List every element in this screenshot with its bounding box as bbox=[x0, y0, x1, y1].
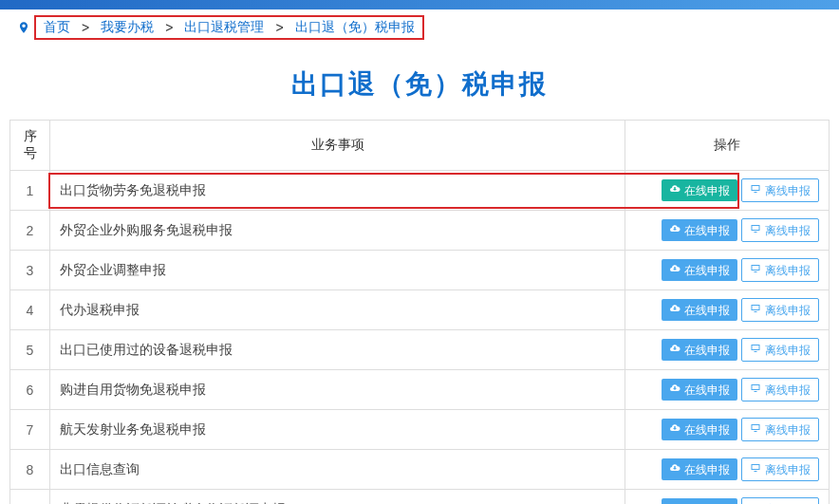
offline-label: 离线申报 bbox=[765, 344, 811, 357]
monitor-icon bbox=[750, 303, 761, 317]
breadcrumb-link-home[interactable]: 首页 bbox=[44, 19, 70, 36]
table-row: 2外贸企业外购服务免退税申报在线申报 离线申报 bbox=[10, 211, 830, 251]
page-title: 出口退（免）税申报 bbox=[0, 66, 839, 103]
offline-declare-button[interactable]: 离线申报 bbox=[741, 457, 819, 481]
online-declare-button[interactable]: 在线申报 bbox=[662, 498, 737, 504]
row-name: 外贸企业调整申报 bbox=[50, 251, 625, 290]
offline-declare-button[interactable]: 离线申报 bbox=[741, 418, 819, 441]
cloud-upload-icon bbox=[669, 343, 681, 357]
row-ops: 在线申报 离线申报 bbox=[625, 370, 830, 410]
col-header-ops: 操作 bbox=[625, 121, 830, 171]
offline-label: 离线申报 bbox=[765, 304, 811, 317]
row-seq: 3 bbox=[10, 251, 50, 290]
online-label: 在线申报 bbox=[684, 184, 730, 197]
table-row: 3外贸企业调整申报在线申报 离线申报 bbox=[10, 251, 830, 290]
cloud-upload-icon bbox=[669, 383, 681, 397]
row-seq: 7 bbox=[10, 410, 50, 450]
cloud-upload-icon bbox=[669, 223, 681, 237]
online-label: 在线申报 bbox=[684, 224, 730, 237]
row-ops: 在线申报 离线申报 bbox=[625, 410, 830, 450]
monitor-icon bbox=[750, 263, 761, 277]
breadcrumb-highlight-box: 首页 > 我要办税 > 出口退税管理 > 出口退（免）税申报 bbox=[34, 15, 424, 40]
cloud-upload-icon bbox=[669, 263, 681, 277]
offline-declare-button[interactable]: 离线申报 bbox=[741, 258, 819, 282]
col-header-seq: 序号 bbox=[10, 121, 50, 171]
table-row: 8出口信息查询在线申报 离线申报 bbox=[10, 450, 830, 490]
offline-label: 离线申报 bbox=[765, 423, 811, 437]
breadcrumb-sep: > bbox=[74, 20, 97, 35]
online-declare-button[interactable]: 在线申报 bbox=[662, 179, 737, 201]
breadcrumb-link-export[interactable]: 出口退税管理 bbox=[184, 19, 264, 36]
offline-declare-button[interactable]: 离线申报 bbox=[741, 338, 819, 362]
cloud-upload-icon bbox=[669, 183, 681, 197]
offline-declare-button[interactable]: 离线申报 bbox=[741, 298, 819, 322]
table-row: 6购进自用货物免退税申报在线申报 离线申报 bbox=[10, 370, 830, 410]
online-label: 在线申报 bbox=[684, 344, 730, 357]
monitor-icon bbox=[750, 343, 761, 357]
offline-label: 离线申报 bbox=[765, 264, 811, 277]
monitor-icon bbox=[750, 383, 761, 397]
monitor-icon bbox=[750, 462, 761, 476]
monitor-icon bbox=[750, 422, 761, 437]
offline-declare-button[interactable]: 离线申报 bbox=[741, 178, 819, 202]
online-declare-button[interactable]: 在线申报 bbox=[662, 259, 737, 281]
row-seq: 9 bbox=[10, 490, 50, 505]
monitor-icon bbox=[750, 223, 761, 237]
offline-declare-button[interactable]: 离线申报 bbox=[741, 497, 819, 504]
breadcrumb-sep: > bbox=[158, 20, 180, 35]
table-row: 1出口货物劳务免退税申报在线申报 离线申报 bbox=[10, 171, 830, 211]
row-seq: 1 bbox=[10, 171, 50, 211]
row-name: 非需提供收汇凭证纳税人收汇凭证申报 bbox=[50, 490, 625, 505]
table-row: 7航天发射业务免退税申报在线申报 离线申报 bbox=[10, 410, 830, 450]
row-ops: 在线申报 离线申报 bbox=[625, 211, 830, 251]
online-declare-button[interactable]: 在线申报 bbox=[662, 419, 737, 440]
online-declare-button[interactable]: 在线申报 bbox=[662, 339, 737, 361]
online-label: 在线申报 bbox=[684, 304, 730, 317]
row-ops: 在线申报 离线申报 bbox=[625, 171, 830, 211]
cloud-upload-icon bbox=[669, 303, 681, 317]
row-ops: 在线申报 离线申报 bbox=[625, 290, 830, 330]
row-ops: 在线申报 离线申报 bbox=[625, 450, 830, 490]
row-seq: 6 bbox=[10, 370, 50, 410]
row-name: 出口信息查询 bbox=[50, 450, 625, 490]
breadcrumb-link-declare[interactable]: 出口退（免）税申报 bbox=[295, 19, 415, 36]
table-row: 4代办退税申报在线申报 离线申报 bbox=[10, 290, 830, 330]
online-declare-button[interactable]: 在线申报 bbox=[662, 299, 737, 321]
location-pin-icon bbox=[17, 20, 30, 35]
row-name: 代办退税申报 bbox=[50, 290, 625, 330]
offline-label: 离线申报 bbox=[765, 383, 811, 397]
offline-declare-button[interactable]: 离线申报 bbox=[741, 218, 819, 242]
row-ops: 在线申报 离线申报 bbox=[625, 490, 830, 505]
online-declare-button[interactable]: 在线申报 bbox=[662, 219, 737, 241]
row-seq: 2 bbox=[10, 211, 50, 251]
online-label: 在线申报 bbox=[684, 383, 730, 397]
row-name: 外贸企业外购服务免退税申报 bbox=[50, 211, 625, 251]
row-ops: 在线申报 离线申报 bbox=[625, 251, 830, 290]
online-declare-button[interactable]: 在线申报 bbox=[662, 379, 737, 401]
row-seq: 4 bbox=[10, 290, 50, 330]
row-seq: 5 bbox=[10, 330, 50, 370]
business-table: 序号 业务事项 操作 1出口货物劳务免退税申报在线申报 离线申报2外贸企业外购服… bbox=[9, 120, 830, 504]
row-name: 航天发射业务免退税申报 bbox=[50, 410, 625, 450]
offline-label: 离线申报 bbox=[765, 463, 811, 476]
table-row: 9非需提供收汇凭证纳税人收汇凭证申报在线申报 离线申报 bbox=[10, 490, 830, 505]
breadcrumb-sep: > bbox=[268, 20, 290, 35]
online-label: 在线申报 bbox=[684, 423, 730, 437]
breadcrumb-link-tax[interactable]: 我要办税 bbox=[101, 19, 154, 36]
breadcrumb: 首页 > 我要办税 > 出口退税管理 > 出口退（免）税申报 bbox=[0, 9, 839, 46]
table-row: 5出口已使用过的设备退税申报在线申报 离线申报 bbox=[10, 330, 830, 370]
cloud-upload-icon bbox=[669, 462, 681, 476]
row-name: 出口已使用过的设备退税申报 bbox=[50, 330, 625, 370]
row-seq: 8 bbox=[10, 450, 50, 490]
offline-label: 离线申报 bbox=[765, 224, 811, 237]
cloud-upload-icon bbox=[669, 422, 681, 437]
row-name: 购进自用货物免退税申报 bbox=[50, 370, 625, 410]
monitor-icon bbox=[750, 183, 761, 197]
header-banner bbox=[0, 0, 839, 9]
online-declare-button[interactable]: 在线申报 bbox=[662, 458, 737, 480]
online-label: 在线申报 bbox=[684, 264, 730, 277]
row-ops: 在线申报 离线申报 bbox=[625, 330, 830, 370]
offline-declare-button[interactable]: 离线申报 bbox=[741, 378, 819, 401]
offline-label: 离线申报 bbox=[765, 184, 811, 197]
row-name: 出口货物劳务免退税申报 bbox=[50, 171, 625, 211]
